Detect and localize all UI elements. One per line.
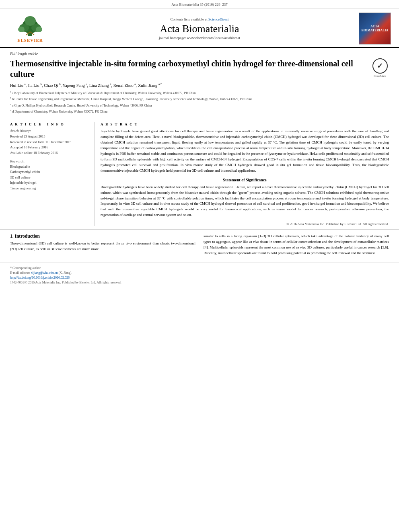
crossmark-badge: ✓ CrossMark [371,58,389,78]
affiliation-b: b b Center for Tissue Engineering and Re… [10,96,389,102]
keyword-3: 3D cell culture [10,175,89,181]
article-footer: * Corresponding author. E-mail address: … [0,263,399,288]
intro-heading: 1. Introduction [10,234,195,238]
corresponding-label: * Corresponding author. [10,266,41,270]
keyword-1: Biodegradable [10,164,89,170]
doi-link[interactable]: http://dx.doi.org/10.1016/j.actbio.2016.… [10,276,70,279]
journal-header: ELSEVIER Contents lists available at Sci… [0,8,399,48]
affiliations-block: a a Key Laboratory of Biomedical Polymer… [10,90,389,115]
intro-col2-text: similar to cells in a living organism [1… [204,234,389,256]
article-dates: Received 23 August 2015 Received in revi… [10,134,89,156]
body-two-col: 1. Introduction Three-dimensional (3D) c… [10,234,389,259]
elsevier-logo: ELSEVIER [8,15,52,43]
article-type-label: Full length article [10,52,389,56]
email-name: (X. Jiang). [58,271,72,275]
authors-line: Hui Liu a, Jia Liu b, Chao Qi b, Yapeng … [10,82,389,88]
article-title: Thermosensitive injectable in-situ formi… [10,58,365,79]
journal-cover-image: ACTA BIOMATERIALIA [359,12,391,45]
journal-cover-area: ACTA BIOMATERIALIA [347,12,391,45]
journal-ref-text: Acta Biomaterialia 35 (2016) 228–237 [171,2,227,6]
journal-homepage: journal homepage: www.elsevier.com/locat… [56,36,343,40]
page: Acta Biomaterialia 35 (2016) 228–237 [0,0,399,532]
elsevier-wordmark: ELSEVIER [17,38,43,43]
journal-title: Acta Biomaterialia [56,23,343,35]
svg-point-8 [36,27,42,32]
keyword-2: Carboxymethyl chitin [10,169,89,175]
body-col-left: 1. Introduction Three-dimensional (3D) c… [10,234,195,259]
received-date: Received 23 August 2015 [10,134,89,140]
email-line: E-mail address: xljiang@whu.edu.cn (X. J… [10,271,389,275]
abstract-column: A B S T R A C T Injectable hydrogels hav… [101,122,389,226]
history-label: Article history: [10,129,89,133]
corresponding-author-note: * Corresponding author. [10,266,389,270]
sciencedirect-link[interactable]: ScienceDirect [208,17,228,21]
available-date: Available online 18 February 2016 [10,150,89,156]
affiliation-d: d d Department of Chemistry, Wuhan Unive… [10,108,389,114]
keywords-list: Biodegradable Carboxymethyl chitin 3D ce… [10,164,89,191]
article-title-row: Thermosensitive injectable in-situ formi… [10,58,389,79]
significance-text: Biodegradable hydrogels have been widely… [101,185,389,218]
crossmark-symbol: ✓ [372,58,388,74]
article-info-heading: A R T I C L E I N F O [10,122,89,126]
contents-text: Contents lists available at [171,17,208,21]
article-header-section: Full length article Thermosensitive inje… [0,48,399,118]
keywords-label: Keywords: [10,159,89,163]
cover-title: ACTA BIOMATERIALIA [359,25,391,33]
abstract-copyright: © 2016 Acta Materialia Inc. Published by… [101,222,389,226]
affiliation-a: a a Key Laboratory of Biomedical Polymer… [10,90,389,96]
elsevier-logo-area: ELSEVIER [8,15,52,43]
body-section: 1. Introduction Three-dimensional (3D) c… [0,230,399,263]
body-col-right: similar to cells in a living organism [1… [204,234,389,259]
significance-heading: Statement of Significance [101,178,389,182]
keyword-5: Tissue engineering [10,186,89,191]
abstract-text: Injectable hydrogels have gained great a… [101,129,389,174]
email-label: E-mail address: [10,271,30,275]
footer-copyright: 1742-7061/© 2016 Acta Materialia Inc. Pu… [10,281,389,284]
journal-reference-bar: Acta Biomaterialia 35 (2016) 228–237 [0,0,399,8]
crossmark-label: CrossMark [374,74,386,78]
intro-col1-text: Three-dimensional (3D) cell culture is w… [10,241,195,252]
sciencedirect-line: Contents lists available at ScienceDirec… [56,17,343,21]
accepted-date: Accepted 18 February 2016 [10,145,89,150]
journal-header-center: Contents lists available at ScienceDirec… [52,17,347,40]
email-link[interactable]: xljiang@whu.edu.cn [31,271,58,275]
affiliation-c: c c Glyn O. Phillips Hydrocolloid Resear… [10,102,389,108]
abstract-heading: A B S T R A C T [101,122,389,126]
doi-line: http://dx.doi.org/10.1016/j.actbio.2016.… [10,276,389,279]
svg-point-4 [25,16,36,26]
svg-point-7 [18,27,25,32]
keyword-4: Injectable hydrogel [10,180,89,186]
article-info-column: A R T I C L E I N F O Article history: R… [10,122,95,226]
revised-date: Received in revised form 11 December 201… [10,140,89,145]
elsevier-tree-icon [14,15,46,37]
article-info-abstract-section: A R T I C L E I N F O Article history: R… [0,118,399,230]
